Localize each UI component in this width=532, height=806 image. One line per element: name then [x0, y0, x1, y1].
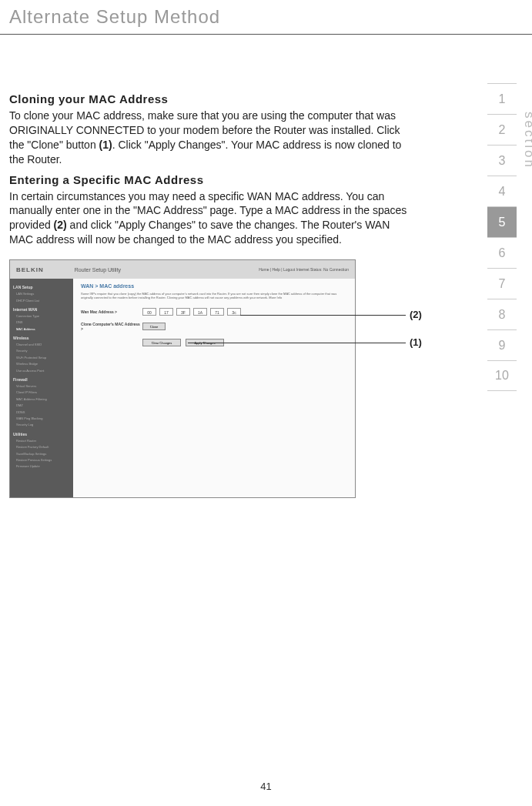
callout-label-1: (1) [410, 336, 422, 348]
ss-sb-item: LAN Settings [13, 291, 70, 297]
tab-1[interactable]: 1 [487, 83, 517, 114]
section1-body: To clone your MAC address, make sure tha… [9, 109, 416, 167]
ss-sb-item: Wireless Bridge [13, 361, 70, 367]
screenshot-container: BELKIN Router Setup Utility Home | Help … [9, 259, 440, 498]
ss-sb-item: Save/Backup Settings [13, 451, 70, 457]
ss-sb-item: DMZ [13, 403, 70, 409]
ss-sb-item: Restore Previous Settings [13, 457, 70, 463]
ss-sb-item: MAC Address Filtering [13, 396, 70, 403]
ss-sb-item: DDNS [13, 410, 70, 416]
ss-sb-item: Firmware Update [13, 463, 70, 470]
ss-sb-item: Client IP Filters [13, 390, 70, 396]
ss-sb-item: WAN Ping Blocking [13, 416, 70, 422]
ss-row-mac: Wan Mac Address > 00 17 3F 1A 71 3c [81, 308, 347, 316]
ss-sb-h2: Internet WAN [13, 307, 70, 312]
ss-sb-item: Restore Factory Default [13, 444, 70, 450]
ss-mac-box: 00 [142, 308, 156, 316]
ss-sb-h4: Firewall [13, 377, 70, 382]
ss-sb-h5: Utilities [13, 432, 70, 436]
ss-sb-item-active: MAC Address [13, 326, 70, 333]
ss-mac-box: 1A [193, 308, 207, 316]
ss-clone-label: Clone Computer's MAC Address > [81, 322, 142, 331]
section2-ref2: (2) [54, 219, 67, 231]
tab-2[interactable]: 2 [487, 114, 517, 145]
tab-6[interactable]: 6 [487, 237, 517, 268]
ss-breadcrumb: WAN > MAC address [81, 283, 347, 289]
tab-4[interactable]: 4 [487, 176, 517, 206]
main-content: Cloning your MAC Address To clone your M… [0, 35, 462, 498]
callout-label-2: (2) [410, 309, 422, 320]
ss-clone-button: Clone [142, 323, 166, 330]
ss-row-clone: Clone Computer's MAC Address > Clone [81, 322, 347, 331]
ss-mac-box: 3F [176, 308, 190, 316]
ss-mac-label: Wan Mac Address > [81, 309, 142, 314]
ss-desc: Some ISPs require that you clone (copy) … [81, 292, 347, 299]
tab-9[interactable]: 9 [487, 329, 517, 360]
ss-sb-h3: Wireless [13, 336, 70, 340]
section2-text2: and click "Apply Changes" to save the ch… [9, 219, 390, 246]
tab-7[interactable]: 7 [487, 268, 517, 299]
ss-topbar: BELKIN Router Setup Utility Home | Help … [10, 260, 355, 279]
ss-sb-h1: LAN Setup [13, 285, 70, 289]
ss-sb-item: Virtual Servers [13, 383, 70, 390]
page-title: Alternate Setup Method [9, 6, 532, 28]
ss-sb-item: DNS [13, 319, 70, 326]
section-tabs: 1 2 3 4 5 6 7 8 9 10 [487, 83, 517, 391]
tab-10[interactable]: 10 [487, 360, 517, 391]
section-label: section [521, 112, 532, 169]
ss-mac-box: 17 [159, 308, 173, 316]
tab-8[interactable]: 8 [487, 299, 517, 329]
section1-heading: Cloning your MAC Address [9, 92, 416, 105]
ss-sb-item: Channel and SSID [13, 342, 70, 348]
tab-3[interactable]: 3 [487, 145, 517, 176]
ss-clear-button: Clear Changes [142, 339, 181, 346]
section2-body: In certain circumstances you may need a … [9, 189, 416, 248]
ss-sb-item: Use as Access Point [13, 368, 70, 374]
callout-line-2 [240, 315, 406, 316]
ss-sb-item: Wi-Fi Protected Setup [13, 355, 70, 361]
ss-sb-item: Security [13, 348, 70, 354]
ss-logo: BELKIN [16, 266, 44, 273]
callout-line-1 [188, 343, 406, 343]
router-screenshot: BELKIN Router Setup Utility Home | Help … [9, 259, 356, 498]
tab-5-active[interactable]: 5 [487, 206, 517, 237]
page-number: 41 [260, 781, 271, 792]
section2-heading: Entering a Specific MAC Address [9, 173, 416, 186]
ss-mac-box: 71 [210, 308, 224, 316]
section1-ref1: (1) [99, 139, 112, 151]
ss-sb-item: Restart Router [13, 438, 70, 444]
ss-mac-inputs: 00 17 3F 1A 71 3c [142, 308, 241, 316]
ss-sidebar: LAN Setup LAN Settings DHCP Client List … [10, 279, 73, 498]
ss-main: WAN > MAC address Some ISPs require that… [73, 279, 355, 498]
ss-sb-item: DHCP Client List [13, 298, 70, 304]
ss-status: Home | Help | Logout Internet Status: No… [259, 267, 349, 272]
ss-sb-item: Connection Type [13, 313, 70, 319]
ss-mac-box: 3c [227, 308, 241, 316]
ss-utility-title: Router Setup Utility [75, 267, 121, 273]
ss-sb-item: Security Log [13, 422, 70, 428]
